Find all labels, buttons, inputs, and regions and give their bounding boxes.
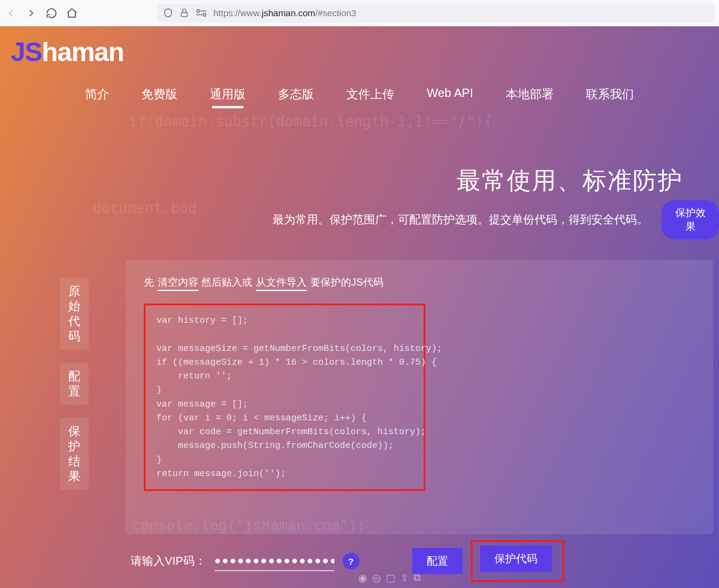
vip-input[interactable] [215,551,334,571]
eye-off-icon[interactable]: ◎ [372,572,381,584]
nav-webapi[interactable]: Web API [427,86,473,108]
nav-local[interactable]: 本地部署 [506,86,554,108]
permissions-icon[interactable] [195,8,207,18]
home-icon[interactable] [66,7,78,19]
lock-icon[interactable] [179,8,189,18]
nav-general[interactable]: 通用版 [210,86,246,108]
upload-icon[interactable]: ⇪ [400,572,409,584]
help-button[interactable]: ? [343,553,360,569]
browser-toolbar: https://www.jshaman.com/#section3 [0,0,719,26]
copy-icon[interactable]: ⧉ [413,572,421,584]
reload-icon[interactable] [46,7,58,19]
action-row: 请输入VIP码： ? 配置 保护代码 ◉ ◎ ▢ ⇪ ⧉ [131,540,713,582]
clear-link[interactable]: 清空内容 [158,277,198,291]
svg-point-1 [197,10,200,13]
svg-point-3 [203,13,206,16]
eye-icon[interactable]: ◉ [358,572,367,584]
code-editor[interactable]: var history = []; var messageSize = getN… [144,304,425,491]
address-bar[interactable]: https://www.jshaman.com/#section3 [157,4,714,23]
side-tab-source[interactable]: 原始代码 [60,278,89,350]
shield-icon[interactable] [163,8,173,18]
protect-effect-button[interactable]: 保护效果 [661,200,719,240]
forward-icon[interactable] [25,7,37,19]
tool-icons: ◉ ◎ ▢ ⇪ ⧉ [358,572,421,584]
protect-highlight: 保护代码 [471,540,564,582]
decorative-code: document.bod [93,200,197,217]
side-tab-result[interactable]: 保护结果 [60,418,89,490]
nav-intro[interactable]: 简介 [85,86,109,108]
config-button[interactable]: 配置 [412,548,463,574]
nav-contact[interactable]: 联系我们 [586,86,634,108]
main-nav: 简介 免费版 通用版 多态版 文件上传 Web API 本地部署 联系我们 [0,86,719,108]
editor-card: 先 清空内容 然后贴入或 从文件导入 要保护的JS代码 var history … [126,260,713,534]
protect-button[interactable]: 保护代码 [480,545,552,572]
decorative-code: if(domain.substr(domain.length-1,1)=="/"… [129,113,493,130]
editor-instructions: 先 清空内容 然后贴入或 从文件导入 要保护的JS代码 [144,275,695,289]
hero-title: 最常使用、标准防护 [457,164,683,197]
hero-subtitle: 最为常用。保护范围广，可配置防护选项。提交单份代码，得到安全代码。 [273,212,648,228]
save-icon[interactable]: ▢ [386,572,395,584]
back-icon[interactable] [5,7,17,19]
logo[interactable]: JShaman [11,37,124,67]
url-text: https://www.jshaman.com/#section3 [213,8,356,18]
nav-upload[interactable]: 文件上传 [346,86,394,108]
import-link[interactable]: 从文件导入 [256,277,307,291]
svg-rect-0 [182,13,188,17]
vip-label: 请输入VIP码： [131,553,206,569]
nav-free[interactable]: 免费版 [141,86,177,108]
side-tab-config[interactable]: 配置 [60,363,89,405]
nav-poly[interactable]: 多态版 [278,86,314,108]
